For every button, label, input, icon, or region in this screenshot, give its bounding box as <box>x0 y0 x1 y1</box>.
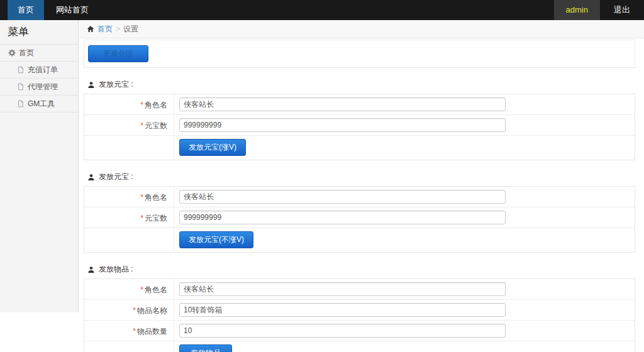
field-label: *元宝数 <box>84 115 174 135</box>
field-input-cell <box>174 115 635 135</box>
section-grant-yuanbao-novip: 发放元宝 : *角色名 *元宝数 <box>84 167 635 253</box>
breadcrumb-home-link[interactable]: 首页 <box>97 20 113 38</box>
sidebar-item-label: 代理管理 <box>28 82 58 92</box>
section-header: 发放元宝 : <box>84 167 635 186</box>
required-marker: * <box>133 327 136 336</box>
form-row: *元宝数 <box>84 207 635 228</box>
field-label: *角色名 <box>84 187 174 207</box>
breadcrumb: 首页 > 设置 <box>79 20 644 38</box>
sidebar-item-label: 首页 <box>19 48 34 58</box>
field-label: *元宝数 <box>84 207 174 228</box>
logout-button[interactable]: 退出 <box>600 0 644 20</box>
form-row-submit: 发放元宝(不涨V) <box>84 228 635 252</box>
form-row-submit: 发放元宝(涨V) <box>84 136 635 160</box>
section-header: 发放物品 : <box>84 260 635 278</box>
partition-panel: 更换分区 <box>84 40 635 68</box>
file-icon <box>17 66 25 74</box>
topbar: 首页 网站首页 admin 退出 <box>0 0 644 20</box>
tab-website-home[interactable]: 网站首页 <box>46 0 99 20</box>
section-title: 发放物品 : <box>99 264 133 275</box>
main-content: 首页 > 设置 更换分区 发放元宝 : <box>79 20 644 352</box>
section-title: 发放元宝 : <box>99 79 133 90</box>
sidebar-item-label: 充值订单 <box>28 65 58 75</box>
field-label-text: 元宝数 <box>145 214 167 223</box>
form-row: *物品数量 <box>84 321 635 341</box>
sidebar: 菜单 首页 <box>0 20 79 312</box>
item-name-input[interactable] <box>179 303 506 317</box>
role-name-input[interactable] <box>179 190 506 204</box>
grant-yuanbao-vip-button[interactable]: 发放元宝(涨V) <box>179 139 246 156</box>
form-row: *元宝数 <box>84 115 635 136</box>
empty-label-cell <box>84 341 174 352</box>
yuanbao-amount-input[interactable] <box>179 118 506 132</box>
field-label-text: 角色名 <box>145 101 167 109</box>
person-icon <box>87 81 95 89</box>
form-row: *角色名 <box>84 279 635 300</box>
field-input-cell <box>174 94 635 114</box>
field-label-text: 物品数量 <box>137 327 167 336</box>
form-table: *角色名 *物品名称 *物品数量 <box>84 278 635 352</box>
breadcrumb-current: 设置 <box>123 20 138 38</box>
username-button[interactable]: admin <box>554 0 600 20</box>
role-name-input[interactable] <box>179 282 506 296</box>
section-title: 发放元宝 : <box>99 172 133 182</box>
sidebar-item-recharge-orders[interactable]: 充值订单 <box>0 62 78 79</box>
field-label-text: 角色名 <box>145 193 167 202</box>
field-input-cell <box>174 207 635 228</box>
form-row: *物品名称 <box>84 300 635 321</box>
topbar-spacer <box>99 0 554 20</box>
file-icon <box>17 83 25 91</box>
file-icon <box>17 100 25 107</box>
home-icon <box>87 25 94 33</box>
sidebar-item-agent-management[interactable]: 代理管理 <box>0 79 78 96</box>
person-icon <box>87 173 95 181</box>
required-marker: * <box>140 121 143 130</box>
yuanbao-amount-input[interactable] <box>179 211 506 224</box>
empty-label-cell <box>84 136 174 160</box>
grant-yuanbao-novip-button[interactable]: 发放元宝(不涨V) <box>179 231 253 248</box>
field-input-cell <box>174 321 635 341</box>
grant-items-button[interactable]: 发放物品 <box>179 344 232 352</box>
field-input-cell <box>174 187 635 207</box>
admin-page: 首页 网站首页 admin 退出 菜单 <box>0 0 644 352</box>
required-marker: * <box>133 306 136 315</box>
content-area: 更换分区 发放元宝 : *角色名 <box>79 38 644 352</box>
form-row: *角色名 <box>84 94 635 115</box>
role-name-input[interactable] <box>179 97 506 111</box>
field-label: *角色名 <box>84 279 174 299</box>
person-icon <box>87 266 95 273</box>
field-input-cell <box>174 279 635 299</box>
sidebar-item-gm-tools[interactable]: GM工具 <box>0 96 78 113</box>
sidebar-item-label: GM工具 <box>28 99 55 109</box>
sidebar-title: 菜单 <box>0 20 78 45</box>
required-marker: * <box>140 101 143 109</box>
field-label: *物品数量 <box>84 321 174 341</box>
sidebar-item-home[interactable]: 首页 <box>0 45 78 62</box>
gear-icon <box>8 49 16 57</box>
field-label-text: 角色名 <box>145 285 167 294</box>
required-marker: * <box>140 285 143 294</box>
form-row: *角色名 <box>84 187 635 207</box>
field-label-text: 物品名称 <box>137 306 167 315</box>
section-grant-yuanbao-vip: 发放元宝 : *角色名 *元宝数 <box>84 75 635 160</box>
field-label: *角色名 <box>84 94 174 114</box>
switch-partition-button[interactable]: 更换分区 <box>88 45 148 62</box>
section-grant-items: 发放物品 : *角色名 *物品名称 <box>84 260 635 352</box>
field-input-cell <box>174 300 635 320</box>
empty-label-cell <box>84 228 174 252</box>
tab-home[interactable]: 首页 <box>8 0 44 20</box>
form-table: *角色名 *元宝数 发放元宝(不涨V) <box>84 186 635 253</box>
breadcrumb-separator: > <box>116 20 120 38</box>
field-label: *物品名称 <box>84 300 174 320</box>
submit-cell: 发放元宝(涨V) <box>174 136 635 160</box>
form-table: *角色名 *元宝数 发放元宝(涨V) <box>84 94 635 160</box>
form-row-submit: 发放物品 <box>84 341 635 352</box>
required-marker: * <box>140 193 143 202</box>
section-header: 发放元宝 : <box>84 75 635 94</box>
field-label-text: 元宝数 <box>145 121 167 130</box>
item-quantity-input[interactable] <box>179 324 506 338</box>
submit-cell: 发放元宝(不涨V) <box>174 228 635 252</box>
sidebar-menu: 首页 充值订单 代理管理 <box>0 45 78 113</box>
required-marker: * <box>140 214 143 223</box>
submit-cell: 发放物品 <box>174 341 635 352</box>
